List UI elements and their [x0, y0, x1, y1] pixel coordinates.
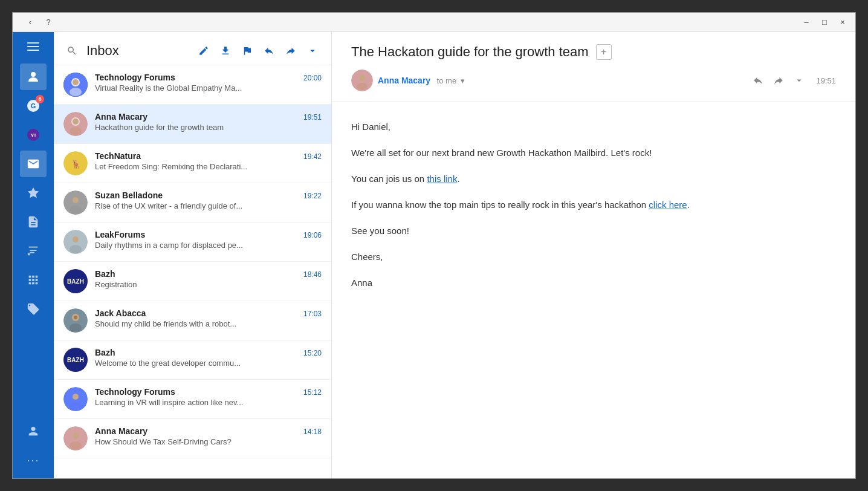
sidebar-item-inbox[interactable] [20, 151, 47, 177]
inbox-icon [27, 157, 40, 171]
body-line3-post: . [687, 200, 690, 210]
compose-button[interactable] [195, 42, 213, 60]
email-top-row: Bazh 18:46 [95, 269, 322, 279]
body-line2-pre: You can jois us on [351, 174, 427, 184]
feeds-icon [27, 244, 40, 258]
reply-button[interactable] [260, 42, 278, 60]
email-sender: Technology Forums [95, 387, 175, 397]
email-top-row: Technology Forums 20:00 [95, 73, 322, 82]
avatar: BAZH [63, 348, 88, 372]
sidebar-item-accounts[interactable] [20, 63, 47, 90]
download-button[interactable] [216, 42, 235, 60]
email-sender: Bazh [95, 269, 115, 279]
sidebar-item-feeds[interactable] [20, 238, 47, 264]
email-time: 14:18 [303, 428, 322, 436]
email-sender: Bazh [95, 348, 115, 357]
sidebar-menu-button[interactable] [20, 37, 47, 56]
email-content: Bazh 18:46 Registration [95, 269, 322, 289]
avatar-image [63, 230, 88, 254]
sidebar-item-yahoo[interactable]: Y! [20, 122, 47, 148]
avatar-image: 🦌 [63, 151, 88, 175]
sidebar-item-more[interactable]: ··· [20, 447, 47, 473]
email-list-header: Inbox [54, 32, 331, 65]
flag-button[interactable] [238, 42, 256, 60]
minimize-button[interactable]: – [798, 16, 814, 29]
email-time: 18:46 [303, 270, 322, 279]
email-content: Jack Abacca 17:03 Should my child be fri… [95, 308, 322, 328]
svg-point-0 [31, 72, 36, 77]
list-item[interactable]: BAZH Bazh 18:46 Registration [54, 262, 331, 301]
email-time: 15:20 [303, 349, 322, 357]
reply-email-button[interactable] [750, 72, 766, 89]
body-line2: You can jois us on this link. [351, 171, 836, 187]
click-here-link[interactable]: click here [649, 200, 687, 210]
email-to-label: to me [437, 76, 457, 85]
reply-icon [264, 45, 274, 56]
notes-icon [27, 215, 40, 229]
toolbar-icons [195, 42, 322, 60]
list-item[interactable]: 🦌 TechNatura 19:42 Let Freedom Sing: Rem… [54, 144, 331, 183]
body-line2-post: . [457, 174, 459, 184]
close-button[interactable]: × [835, 16, 850, 29]
email-sender: LeakForums [95, 230, 145, 239]
sidebar: G 8 Y! [13, 32, 54, 478]
list-item[interactable]: Suzan Belladone 19:22 Rise of the UX wri… [54, 183, 331, 223]
list-item[interactable]: Technology Forums 20:00 Virtual Reality … [54, 65, 331, 105]
sidebar-item-tags[interactable] [20, 296, 47, 322]
sidebar-item-starred[interactable] [20, 180, 47, 206]
more-actions-button[interactable] [303, 42, 322, 60]
this-link[interactable]: this link [427, 174, 457, 184]
email-reader: The Hackaton guide for the growth team +… [332, 32, 855, 478]
forward-button[interactable] [282, 42, 300, 60]
svg-point-21 [70, 245, 82, 253]
list-item[interactable]: BAZH Bazh 15:20 Welcome to the great dev… [54, 340, 331, 380]
menu-line-1 [27, 42, 39, 44]
avatar [63, 190, 88, 215]
add-tab-button[interactable]: + [596, 44, 612, 60]
avatar-text: BAZH [67, 278, 84, 285]
list-item[interactable]: Jack Abacca 17:03 Should my child be fri… [54, 301, 331, 340]
sidebar-item-google[interactable]: G 8 [20, 93, 47, 119]
sender-avatar [351, 70, 373, 91]
avatar-image [63, 426, 88, 450]
svg-point-12 [73, 119, 79, 125]
svg-point-13 [70, 127, 82, 135]
list-item[interactable]: LeakForums 19:06 Daily rhythms in a camp… [54, 223, 331, 262]
email-content: Technology Forums 20:00 Virtual Reality … [95, 73, 322, 93]
email-sender: Anna Macary [95, 112, 147, 122]
maximize-button[interactable]: □ [817, 16, 832, 29]
forward-email-button[interactable] [770, 72, 787, 89]
menu-line-2 [27, 46, 39, 47]
email-content: Anna Macary 19:51 Hackathon guide for th… [95, 112, 322, 132]
expand-recipients-button[interactable]: ▾ [461, 76, 465, 85]
accounts-icon [26, 70, 40, 84]
email-list: Technology Forums 20:00 Virtual Reality … [54, 65, 331, 478]
email-subject: Registration [95, 280, 322, 289]
email-subject: How Should We Tax Self-Driving Cars? [95, 437, 322, 446]
download-icon [220, 45, 231, 56]
sidebar-item-apps[interactable] [20, 267, 47, 293]
avatar [63, 308, 88, 333]
email-time: 15:12 [303, 388, 322, 397]
nav-help-button[interactable]: ? [40, 16, 56, 29]
avatar-text: BAZH [67, 357, 84, 363]
avatar [63, 426, 88, 450]
sidebar-item-contacts[interactable] [20, 418, 47, 444]
nav-back-button[interactable]: ‹ [22, 16, 38, 29]
avatar: BAZH [63, 269, 88, 293]
list-item[interactable]: Anna Macary 19:51 Hackathon guide for th… [54, 105, 331, 144]
svg-point-28 [70, 402, 82, 411]
google-badge: 8 [36, 95, 44, 103]
chevron-down-icon [307, 45, 318, 56]
email-time: 19:06 [303, 231, 322, 239]
more-email-actions-button[interactable] [791, 72, 808, 89]
sidebar-item-notes[interactable] [20, 209, 47, 235]
avatar-image [63, 112, 88, 136]
list-item[interactable]: Technology Forums 15:12 Learning in VR w… [54, 380, 331, 419]
email-body: Hi Daniel, We're all set for our next br… [332, 102, 855, 478]
email-sender: Suzan Belladone [95, 190, 163, 200]
star-icon [27, 186, 40, 200]
list-item[interactable]: Anna Macary 14:18 How Should We Tax Self… [54, 419, 331, 458]
search-button[interactable] [63, 42, 80, 59]
email-content: TechNatura 19:42 Let Freedom Sing: Remix… [95, 151, 322, 171]
